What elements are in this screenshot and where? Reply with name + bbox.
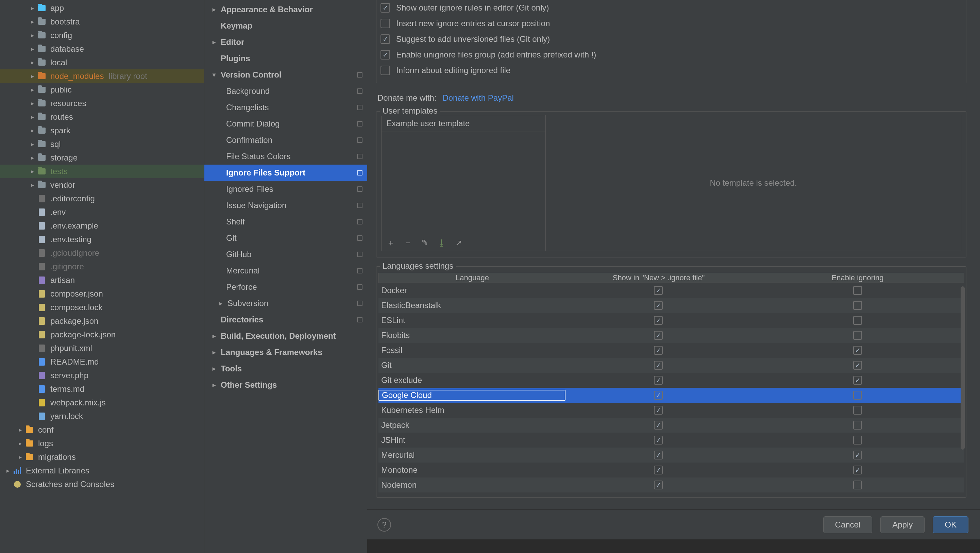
enable-checkbox[interactable] xyxy=(853,316,862,325)
enable-checkbox[interactable] xyxy=(853,436,862,445)
tree-item[interactable]: ▸.editorconfig xyxy=(0,192,204,206)
user-template-item[interactable]: Example user template xyxy=(382,115,546,132)
tree-item[interactable]: ▸public xyxy=(0,83,204,97)
chevron-right-icon[interactable]: ▸ xyxy=(16,440,24,447)
table-row[interactable]: Google Cloud xyxy=(379,388,964,403)
settings-category[interactable]: ▸Appearance & Behavior xyxy=(204,2,367,18)
tree-item[interactable]: ▸spark xyxy=(0,124,204,137)
enable-checkbox[interactable] xyxy=(853,481,862,489)
chevron-right-icon[interactable]: ▸ xyxy=(216,300,225,307)
settings-category[interactable]: Changelists xyxy=(204,99,367,116)
tree-item[interactable]: ▸composer.lock xyxy=(0,301,204,314)
chevron-right-icon[interactable]: ▸ xyxy=(210,349,218,356)
tree-item[interactable]: ▸README.md xyxy=(0,355,204,369)
chevron-right-icon[interactable]: ▸ xyxy=(28,127,37,134)
tree-item[interactable]: ▸database xyxy=(0,42,204,56)
main-scrollbar[interactable] xyxy=(972,0,978,327)
table-row[interactable]: Mercurial xyxy=(379,448,964,462)
tree-item[interactable]: ▸server.php xyxy=(0,369,204,382)
show-checkbox[interactable] xyxy=(654,421,663,430)
chevron-right-icon[interactable]: ▸ xyxy=(28,100,37,107)
chevron-right-icon[interactable]: ▸ xyxy=(3,467,12,475)
show-checkbox[interactable] xyxy=(654,316,663,325)
project-tree[interactable]: ▸app▸bootstra▸config▸database▸local▸node… xyxy=(0,0,204,553)
edit-icon[interactable]: ✎ xyxy=(420,238,429,247)
chevron-right-icon[interactable]: ▸ xyxy=(16,453,24,461)
tree-item[interactable]: ▸tests xyxy=(0,165,204,178)
tree-item[interactable]: ▸yarn.lock xyxy=(0,410,204,423)
tree-item[interactable]: ▸artisan xyxy=(0,273,204,287)
settings-category[interactable]: ▸Other Settings xyxy=(204,377,367,393)
settings-category[interactable]: Git xyxy=(204,230,367,246)
chevron-right-icon[interactable]: ▸ xyxy=(28,113,37,121)
settings-category[interactable]: ▸Keymap xyxy=(204,18,367,34)
chevron-right-icon[interactable]: ▸ xyxy=(210,365,218,372)
enable-checkbox[interactable] xyxy=(853,376,862,385)
settings-category[interactable]: ▸Languages & Frameworks xyxy=(204,344,367,360)
table-row[interactable]: Nodemon xyxy=(379,478,964,492)
help-button[interactable]: ? xyxy=(377,518,391,532)
chevron-right-icon[interactable]: ▸ xyxy=(210,332,218,340)
settings-category[interactable]: ▸Subversion xyxy=(204,295,367,312)
checkbox[interactable] xyxy=(380,19,390,28)
tree-item[interactable]: ▸resources xyxy=(0,97,204,110)
tree-item[interactable]: ▸package.json xyxy=(0,314,204,328)
tree-item[interactable]: ▸Scratches and Consoles xyxy=(0,478,204,491)
settings-category[interactable]: Background xyxy=(204,83,367,99)
settings-checkbox-row[interactable]: Suggest to add unversioned files (Git on… xyxy=(380,31,962,47)
tree-item[interactable]: ▸app xyxy=(0,2,204,15)
ok-button[interactable]: OK xyxy=(933,516,969,533)
chevron-right-icon[interactable]: ▸ xyxy=(16,426,24,433)
table-row[interactable]: JSHint xyxy=(379,433,964,448)
enable-checkbox[interactable] xyxy=(853,406,862,414)
settings-category[interactable]: Issue Navigation xyxy=(204,197,367,214)
show-checkbox[interactable] xyxy=(654,346,663,355)
tree-item[interactable]: ▸conf xyxy=(0,423,204,437)
show-checkbox[interactable] xyxy=(654,331,663,340)
tree-item[interactable]: ▸local xyxy=(0,56,204,69)
enable-checkbox[interactable] xyxy=(853,301,862,310)
show-checkbox[interactable] xyxy=(654,286,663,295)
tree-item[interactable]: ▸webpack.mix.js xyxy=(0,396,204,410)
enable-checkbox[interactable] xyxy=(853,391,862,400)
tree-item[interactable]: ▸.gcloudignore xyxy=(0,246,204,260)
enable-checkbox[interactable] xyxy=(853,286,862,295)
settings-category[interactable]: GitHub xyxy=(204,246,367,263)
enable-checkbox[interactable] xyxy=(853,451,862,459)
settings-checkbox-row[interactable]: Inform about editing ignored file xyxy=(380,62,962,78)
show-checkbox[interactable] xyxy=(654,376,663,385)
languages-table[interactable]: DockerElasticBeanstalkESLintFloobitsFoss… xyxy=(379,283,964,492)
table-row[interactable]: Monotone xyxy=(379,462,964,478)
chevron-down-icon[interactable]: ▾ xyxy=(210,71,218,78)
tree-item[interactable]: ▸.env.example xyxy=(0,219,204,233)
tree-item[interactable]: ▸routes xyxy=(0,110,204,124)
remove-icon[interactable]: − xyxy=(403,238,412,247)
donate-link[interactable]: Donate with PayPal xyxy=(442,93,514,103)
chevron-right-icon[interactable]: ▸ xyxy=(210,381,218,389)
chevron-right-icon[interactable]: ▸ xyxy=(28,18,37,25)
settings-category[interactable]: Ignored Files xyxy=(204,181,367,197)
chevron-right-icon[interactable]: ▸ xyxy=(28,86,37,94)
chevron-right-icon[interactable]: ▸ xyxy=(28,32,37,39)
table-row[interactable]: ElasticBeanstalk xyxy=(379,298,964,313)
checkbox[interactable] xyxy=(380,65,390,75)
settings-checkbox-row[interactable]: Enable unignore files group (add entries… xyxy=(380,47,962,62)
table-row[interactable]: Jetpack xyxy=(379,418,964,433)
apply-button[interactable]: Apply xyxy=(880,516,924,533)
enable-checkbox[interactable] xyxy=(853,331,862,340)
cancel-button[interactable]: Cancel xyxy=(823,516,873,533)
show-checkbox[interactable] xyxy=(654,301,663,310)
chevron-right-icon[interactable]: ▸ xyxy=(210,6,218,13)
settings-category[interactable]: Ignore Files Support xyxy=(204,165,367,181)
chevron-right-icon[interactable]: ▸ xyxy=(28,181,37,189)
tree-item[interactable]: ▸node_moduleslibrary root xyxy=(0,69,204,83)
chevron-right-icon[interactable]: ▸ xyxy=(28,45,37,53)
tree-item[interactable]: ▸.env.testing xyxy=(0,233,204,246)
show-checkbox[interactable] xyxy=(654,406,663,414)
settings-category[interactable]: Perforce xyxy=(204,279,367,295)
user-templates-list[interactable]: Example user template ＋ − ✎ ⭳ ↗ xyxy=(381,115,546,251)
tree-item[interactable]: ▸logs xyxy=(0,437,204,450)
export-icon[interactable]: ↗ xyxy=(454,238,463,247)
settings-category[interactable]: Commit Dialog xyxy=(204,116,367,132)
chevron-right-icon[interactable]: ▸ xyxy=(210,38,218,46)
